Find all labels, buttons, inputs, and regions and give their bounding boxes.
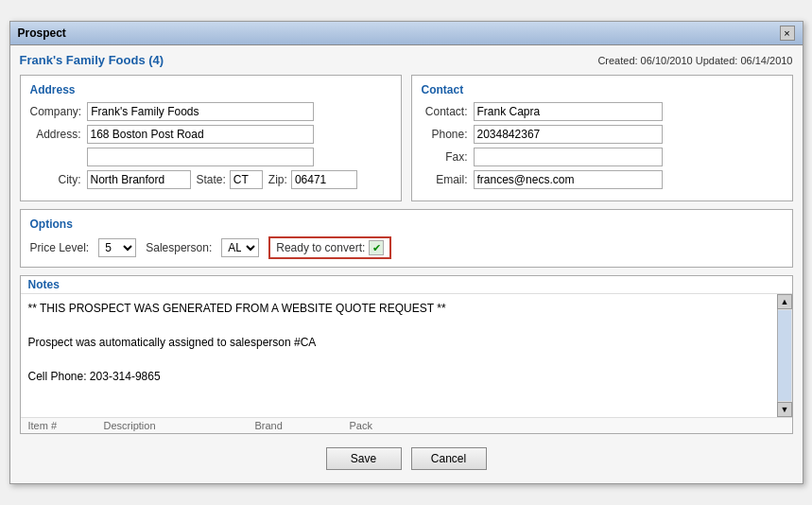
price-level-select[interactable]: 5 1 2 3 4 <box>98 238 136 257</box>
scroll-down-button[interactable]: ▼ <box>777 402 792 417</box>
salesperson-select[interactable]: AL CA <box>221 238 259 257</box>
email-row: Email: <box>422 170 783 189</box>
col-pack-header: Pack <box>350 420 425 431</box>
notes-text-area: ** THIS PROSPECT WAS GENERATED FROM A WE… <box>21 294 777 417</box>
prospect-dialog: Prospect × Frank's Family Foods (4) Crea… <box>9 21 803 484</box>
ready-to-convert-box: Ready to convert: ✔ <box>268 236 391 259</box>
contact-label: Contact: <box>422 105 474 118</box>
contact-row: Contact: <box>422 102 783 121</box>
company-input[interactable] <box>87 102 314 121</box>
company-row: Company: <box>30 102 391 121</box>
contact-title: Contact <box>422 83 783 96</box>
fax-input[interactable] <box>474 148 663 166</box>
notes-section: Notes ** THIS PROSPECT WAS GENERATED FRO… <box>20 275 793 434</box>
options-section: Options Price Level: 5 1 2 3 4 Salespers… <box>20 209 793 268</box>
options-row: Price Level: 5 1 2 3 4 Salesperson: AL C… <box>30 236 783 259</box>
dialog-titlebar: Prospect × <box>10 22 803 45</box>
city-input[interactable] <box>87 170 191 189</box>
created-updated: Created: 06/10/2010 Updated: 06/14/2010 <box>597 55 792 66</box>
header-row: Frank's Family Foods (4) Created: 06/10/… <box>20 53 793 67</box>
dialog-title: Prospect <box>18 26 66 40</box>
save-button[interactable]: Save <box>326 447 402 470</box>
phone-input[interactable] <box>474 125 663 144</box>
address1-row: Address: <box>30 125 391 144</box>
cancel-button[interactable]: Cancel <box>411 447 487 470</box>
scroll-track <box>778 310 791 401</box>
email-label: Email: <box>422 173 474 186</box>
close-button[interactable]: × <box>780 26 795 41</box>
state-label: State: <box>197 173 226 186</box>
ready-checkbox[interactable]: ✔ <box>369 240 384 255</box>
dialog-content: Frank's Family Foods (4) Created: 06/10/… <box>10 45 803 483</box>
contact-input[interactable] <box>474 102 663 121</box>
city-label: City: <box>30 173 87 186</box>
options-title: Options <box>30 218 783 231</box>
notes-columns: Item # Description Brand Pack <box>21 417 792 433</box>
phone-label: Phone: <box>422 128 474 141</box>
ready-label: Ready to convert: <box>276 241 365 254</box>
price-level-label: Price Level: <box>30 241 90 254</box>
notes-line2 <box>28 317 769 334</box>
zip-input[interactable] <box>291 170 357 189</box>
address-title: Address <box>30 83 391 96</box>
address2-row <box>30 148 391 166</box>
phone-row: Phone: <box>422 125 783 144</box>
notes-line3: Prospect was automatically assigned to s… <box>28 334 769 351</box>
col-desc-header: Description <box>104 420 255 431</box>
contact-panel: Contact Contact: Phone: Fax: Email: <box>411 75 793 201</box>
company-label: Company: <box>30 105 88 118</box>
salesperson-label: Salesperson: <box>146 241 212 254</box>
notes-line5: Cell Phone: 203-314-9865 <box>28 368 769 385</box>
notes-line4 <box>28 351 769 368</box>
scroll-up-button[interactable]: ▲ <box>777 294 792 309</box>
state-input[interactable] <box>230 170 263 189</box>
notes-line1: ** THIS PROSPECT WAS GENERATED FROM A WE… <box>28 300 769 317</box>
prospect-title: Frank's Family Foods (4) <box>20 53 164 67</box>
address-panel: Address Company: Address: City: State: <box>20 75 402 201</box>
address2-input[interactable] <box>87 148 314 166</box>
fax-row: Fax: <box>422 148 783 166</box>
notes-content: ** THIS PROSPECT WAS GENERATED FROM A WE… <box>21 294 792 417</box>
col-brand-header: Brand <box>255 420 350 431</box>
address1-input[interactable] <box>87 125 314 144</box>
email-input[interactable] <box>474 170 663 189</box>
col-item-header: Item # <box>28 420 104 431</box>
address-label: Address: <box>30 128 87 141</box>
notes-title: Notes <box>21 276 792 294</box>
fax-label: Fax: <box>422 150 474 164</box>
city-row: City: State: Zip: <box>30 170 391 189</box>
notes-scrollbar: ▲ ▼ <box>777 294 792 417</box>
footer-row: Save Cancel <box>20 442 793 476</box>
top-panels: Address Company: Address: City: State: <box>20 75 793 201</box>
zip-label: Zip: <box>268 173 287 186</box>
